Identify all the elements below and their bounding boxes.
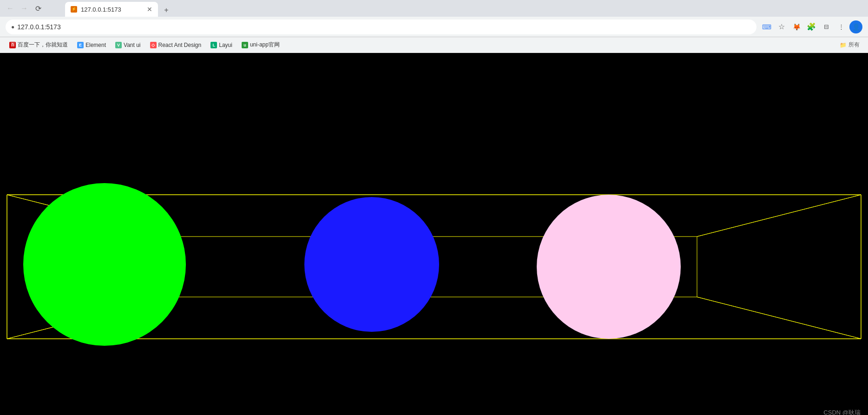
layui-label: Layui bbox=[219, 42, 232, 48]
address-text: 127.0.0.1:5173 bbox=[17, 23, 60, 31]
tab-title: 127.0.0.1:5173 bbox=[81, 6, 121, 13]
page-content: CSDN @耿瑞 bbox=[0, 53, 868, 415]
bookmark-item-baidu[interactable]: 百 百度一下，你就知道 bbox=[6, 39, 72, 51]
fox-icon: 🦊 bbox=[793, 23, 801, 31]
lock-icon: ● bbox=[11, 24, 14, 30]
tab-bar: ← → ⟳ ⚡ 127.0.0.1:5173 ✕ + bbox=[0, 0, 868, 17]
react-ant-favicon: ◇ bbox=[150, 42, 157, 48]
folder-icon: 📁 bbox=[840, 42, 847, 48]
tab-favicon: ⚡ bbox=[71, 6, 77, 13]
tampermonkey-button[interactable]: 🦊 bbox=[790, 20, 803, 33]
element-favicon: E bbox=[77, 42, 84, 48]
star-icon: ☆ bbox=[778, 22, 785, 31]
scene-svg bbox=[0, 53, 868, 415]
uni-app-label: uni-app官网 bbox=[250, 41, 280, 49]
element-label: Element bbox=[85, 42, 106, 48]
browser-menu-button[interactable]: ⋮ bbox=[835, 20, 848, 33]
green-circle bbox=[23, 183, 186, 346]
browser-chrome: ← → ⟳ ⚡ 127.0.0.1:5173 ✕ + ● 127.0.0.1:5… bbox=[0, 0, 868, 53]
browser-toolbar: ● 127.0.0.1:5173 ⌨ ☆ 🦊 🧩 ⊟ bbox=[0, 17, 868, 37]
bookmarks-end-label: 所有 bbox=[848, 41, 860, 49]
vant-favicon: V bbox=[115, 42, 122, 48]
vant-label: Vant ui bbox=[124, 42, 140, 48]
forward-button[interactable]: → bbox=[18, 2, 31, 15]
watermark: CSDN @耿瑞 bbox=[823, 408, 861, 415]
puzzle-icon: 🧩 bbox=[807, 22, 816, 31]
uni-app-favicon: u bbox=[242, 42, 248, 48]
bookmark-item-react-ant-design[interactable]: ◇ React Ant Design bbox=[146, 40, 205, 50]
address-bar-container[interactable]: ● 127.0.0.1:5173 bbox=[6, 20, 756, 34]
bookmark-item-vant-ui[interactable]: V Vant ui bbox=[112, 40, 144, 50]
reload-button[interactable]: ⟳ bbox=[32, 2, 45, 15]
profile-icon[interactable]: 👤 bbox=[849, 20, 862, 33]
new-tab-button[interactable]: + bbox=[160, 4, 173, 17]
baidu-favicon: 百 bbox=[9, 42, 16, 48]
toolbar-icons: ⌨ ☆ 🦊 🧩 ⊟ ⋮ 👤 bbox=[760, 20, 862, 33]
bookmarks-end[interactable]: 📁 所有 bbox=[837, 39, 862, 51]
translate-icon: ⌨ bbox=[762, 23, 771, 31]
translate-button[interactable]: ⌨ bbox=[760, 20, 773, 33]
bookmark-item-element[interactable]: E Element bbox=[73, 40, 110, 50]
blue-circle bbox=[304, 197, 439, 332]
bookmark-item-layui[interactable]: L Layui bbox=[207, 40, 236, 50]
tab-close-icon[interactable]: ✕ bbox=[147, 6, 152, 13]
menu-icon: ⋮ bbox=[838, 23, 844, 30]
layui-favicon: L bbox=[210, 42, 217, 48]
canvas-scene: CSDN @耿瑞 bbox=[0, 53, 868, 415]
pink-circle bbox=[537, 195, 681, 339]
extensions-button[interactable]: 🧩 bbox=[805, 20, 818, 33]
back-button[interactable]: ← bbox=[4, 2, 17, 15]
bookmark-star-button[interactable]: ☆ bbox=[775, 20, 788, 33]
tab-search-button[interactable]: ⊟ bbox=[820, 20, 833, 33]
baidu-label: 百度一下，你就知道 bbox=[18, 41, 68, 49]
profile-avatar-icon: 👤 bbox=[852, 23, 860, 31]
bookmarks-bar: 百 百度一下，你就知道 E Element V Vant ui ◇ React … bbox=[0, 37, 868, 53]
active-tab[interactable]: ⚡ 127.0.0.1:5173 ✕ bbox=[65, 2, 158, 17]
react-ant-label: React Ant Design bbox=[158, 42, 202, 48]
tab-search-icon: ⊟ bbox=[824, 23, 829, 30]
bookmark-item-uni-app[interactable]: u uni-app官网 bbox=[238, 39, 283, 51]
